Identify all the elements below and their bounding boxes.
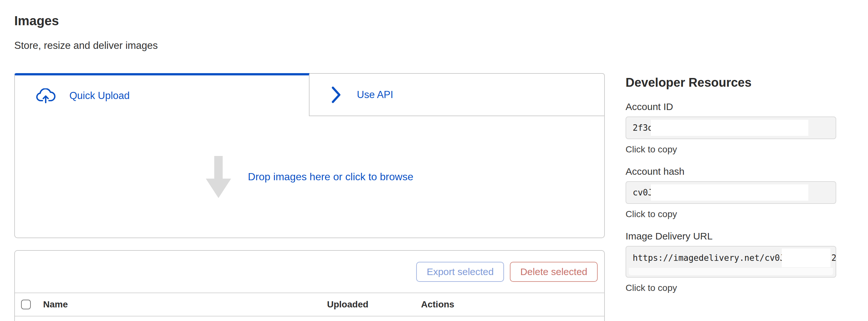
table-toolbar: Export selected Delete selected: [15, 251, 604, 293]
account-id-label: Account ID: [625, 101, 836, 113]
image-delivery-url-value-tail: 2: [831, 253, 836, 263]
developer-resources-panel: Developer Resources Account ID 2f3d Clic…: [625, 0, 836, 293]
tab-quick-upload-label: Quick Upload: [69, 90, 130, 102]
main-content: Images Store, resize and deliver images …: [14, 0, 605, 321]
table-header-row: Name Uploaded Actions: [15, 293, 604, 317]
column-header-uploaded: Uploaded: [327, 299, 421, 310]
image-delivery-url-field[interactable]: https://imagedelivery.net/cv0JSj 2: [625, 246, 836, 278]
account-hash-label: Account hash: [625, 166, 836, 177]
redaction-overlay: [651, 120, 808, 136]
account-hash-value: cv0J: [633, 188, 653, 198]
page: Images Store, resize and deliver images …: [0, 0, 868, 321]
arrow-down-icon: [206, 156, 231, 198]
image-delivery-url-value: https://imagedelivery.net/cv0JSj: [633, 253, 795, 263]
cloud-upload-icon: [36, 88, 56, 103]
page-subtitle: Store, resize and deliver images: [14, 39, 605, 52]
tab-use-api-label: Use API: [357, 89, 393, 101]
dropzone[interactable]: Drop images here or click to browse: [14, 116, 605, 238]
images-table-card: Export selected Delete selected Name Upl…: [14, 250, 605, 321]
page-title: Images: [14, 13, 605, 29]
account-hash-field[interactable]: cv0J: [625, 181, 836, 204]
account-id-copy-hint: Click to copy: [625, 144, 836, 155]
redaction-overlay: [782, 249, 830, 267]
column-header-actions: Actions: [421, 299, 604, 310]
image-delivery-url-label: Image Delivery URL: [625, 230, 836, 242]
account-hash-copy-hint: Click to copy: [625, 209, 836, 219]
redaction-overlay: [651, 184, 808, 201]
upload-tabs: Quick Upload Use API: [14, 73, 605, 116]
image-delivery-url-copy-hint: Click to copy: [625, 283, 836, 293]
dropzone-label: Drop images here or click to browse: [248, 171, 413, 183]
horizontal-scrollbar: [629, 267, 833, 275]
account-id-value: 2f3d: [633, 123, 653, 133]
developer-resources-heading: Developer Resources: [625, 75, 836, 90]
tab-quick-upload[interactable]: Quick Upload: [14, 73, 310, 116]
account-id-field[interactable]: 2f3d: [625, 116, 836, 139]
export-selected-button[interactable]: Export selected: [416, 262, 504, 282]
delete-selected-button[interactable]: Delete selected: [510, 262, 598, 282]
tab-use-api[interactable]: Use API: [310, 73, 605, 116]
column-header-name: Name: [43, 299, 327, 310]
chevron-right-icon: [332, 86, 341, 104]
select-all-checkbox[interactable]: [21, 300, 31, 309]
